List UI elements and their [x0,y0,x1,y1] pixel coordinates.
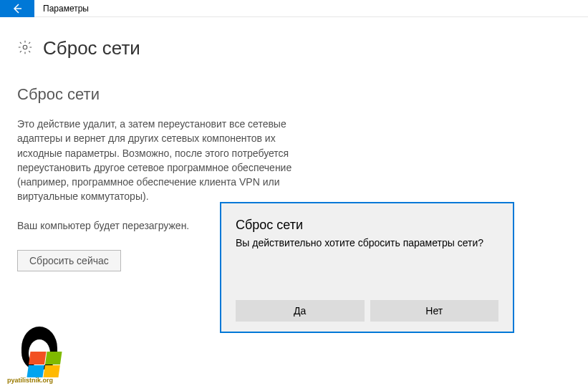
arrow-left-icon [11,3,23,14]
page-header: Сброс сети [17,37,571,59]
windows-flag-icon [26,352,62,377]
titlebar-title: Параметры [34,4,89,14]
no-button[interactable]: Нет [370,300,499,322]
page-title: Сброс сети [43,37,140,59]
titlebar: Параметры [0,0,588,17]
watermark-text: pyatilistnik.org [7,377,53,384]
dialog-text: Вы действительно хотите сбросить парамет… [236,237,498,300]
dialog-title: Сброс сети [236,218,498,233]
yes-button[interactable]: Да [236,300,365,322]
section-title: Сброс сети [17,85,571,104]
reset-now-button[interactable]: Сбросить сейчас [17,250,121,271]
dialog-button-row: Да Нет [236,300,498,322]
gear-icon [17,39,33,58]
svg-point-0 [23,45,27,49]
confirm-dialog: Сброс сети Вы действительно хотите сброс… [220,202,514,333]
watermark-logo: pyatilistnik.org [7,319,72,384]
back-button[interactable] [0,0,34,17]
section-description: Это действие удалит, а затем переустанов… [17,117,318,204]
